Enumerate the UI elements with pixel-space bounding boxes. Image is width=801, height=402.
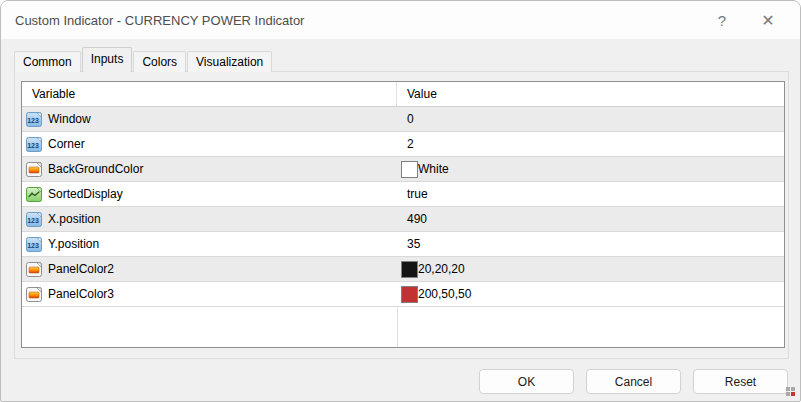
svg-text:123: 123 bbox=[27, 241, 39, 248]
value-text: 0 bbox=[407, 112, 414, 126]
table-header: Variable Value bbox=[22, 82, 784, 107]
color-swatch bbox=[401, 161, 418, 178]
parameters-table: Variable Value 123Window0123Corner2BackG… bbox=[21, 81, 785, 348]
variable-name: Y.position bbox=[48, 237, 99, 251]
table-row[interactable]: 123Y.position35 bbox=[22, 232, 784, 257]
value-text: 200,50,50 bbox=[418, 287, 471, 301]
svg-text:123: 123 bbox=[27, 216, 39, 223]
value-cell[interactable]: true bbox=[397, 182, 784, 206]
value-cell[interactable]: 20,20,20 bbox=[397, 257, 784, 281]
variable-cell: 123Y.position bbox=[22, 232, 397, 256]
table-row[interactable]: BackGroundColorWhite bbox=[22, 157, 784, 182]
grip-dot-red bbox=[791, 392, 795, 396]
variable-name: Window bbox=[48, 112, 91, 126]
title-bar[interactable]: Custom Indicator - CURRENCY POWER Indica… bbox=[1, 1, 800, 39]
color-swatch bbox=[401, 286, 418, 303]
cancel-button[interactable]: Cancel bbox=[586, 369, 681, 394]
variable-cell: SortedDisplay bbox=[22, 182, 397, 206]
tab-colors[interactable]: Colors bbox=[133, 51, 186, 72]
table-row[interactable]: 123X.position490 bbox=[22, 207, 784, 232]
table-row[interactable]: 123Window0 bbox=[22, 107, 784, 132]
resize-grip[interactable] bbox=[786, 387, 797, 398]
table-row[interactable]: SortedDisplaytrue bbox=[22, 182, 784, 207]
column-header-value: Value bbox=[397, 82, 784, 106]
value-cell[interactable]: 490 bbox=[397, 207, 784, 231]
numeric-123-icon: 123 bbox=[26, 137, 42, 152]
tab-strip: CommonInputsColorsVisualization bbox=[14, 48, 273, 72]
grip-dot bbox=[786, 387, 790, 391]
numeric-123-icon: 123 bbox=[26, 112, 42, 127]
numeric-123-icon: 123 bbox=[26, 237, 42, 252]
variable-name: SortedDisplay bbox=[48, 187, 123, 201]
table-row[interactable]: PanelColor220,20,20 bbox=[22, 257, 784, 282]
variable-cell: 123Corner bbox=[22, 132, 397, 156]
color-icon bbox=[26, 287, 42, 302]
tab-common[interactable]: Common bbox=[14, 51, 81, 72]
value-cell[interactable]: 2 bbox=[397, 132, 784, 156]
close-icon[interactable]: ✕ bbox=[752, 5, 784, 35]
table-row[interactable]: PanelColor3200,50,50 bbox=[22, 282, 784, 307]
color-icon bbox=[26, 162, 42, 177]
value-text: White bbox=[418, 162, 449, 176]
value-text: 2 bbox=[407, 137, 414, 151]
variable-cell: 123X.position bbox=[22, 207, 397, 231]
color-icon bbox=[26, 262, 42, 277]
value-cell[interactable]: 200,50,50 bbox=[397, 282, 784, 306]
value-text: 20,20,20 bbox=[418, 262, 465, 276]
variable-cell: PanelColor3 bbox=[22, 282, 397, 306]
variable-name: BackGroundColor bbox=[48, 162, 143, 176]
value-text: 490 bbox=[407, 212, 427, 226]
bool-chart-icon bbox=[26, 187, 42, 202]
grip-dot bbox=[791, 387, 795, 391]
variable-name: X.position bbox=[48, 212, 101, 226]
variable-cell: 123Window bbox=[22, 107, 397, 131]
variable-cell: PanelColor2 bbox=[22, 257, 397, 281]
custom-indicator-dialog: Custom Indicator - CURRENCY POWER Indica… bbox=[0, 0, 801, 402]
variable-name: PanelColor2 bbox=[48, 262, 114, 276]
help-icon[interactable]: ? bbox=[706, 5, 738, 35]
table-rows: 123Window0123Corner2BackGroundColorWhite… bbox=[22, 107, 784, 307]
tab-visualization[interactable]: Visualization bbox=[187, 51, 272, 72]
column-header-variable: Variable bbox=[22, 82, 397, 106]
svg-text:123: 123 bbox=[27, 116, 39, 123]
color-swatch bbox=[401, 261, 418, 278]
tab-inputs[interactable]: Inputs bbox=[82, 47, 133, 72]
value-text: true bbox=[407, 187, 428, 201]
variable-cell: BackGroundColor bbox=[22, 157, 397, 181]
svg-text:123: 123 bbox=[27, 141, 39, 148]
ok-button[interactable]: OK bbox=[479, 369, 574, 394]
value-cell[interactable]: 35 bbox=[397, 232, 784, 256]
value-text: 35 bbox=[407, 237, 420, 251]
variable-name: Corner bbox=[48, 137, 85, 151]
value-cell[interactable]: White bbox=[397, 157, 784, 181]
value-cell[interactable]: 0 bbox=[397, 107, 784, 131]
table-row[interactable]: 123Corner2 bbox=[22, 132, 784, 157]
numeric-123-icon: 123 bbox=[26, 212, 42, 227]
dialog-title: Custom Indicator - CURRENCY POWER Indica… bbox=[15, 13, 304, 28]
reset-button[interactable]: Reset bbox=[693, 369, 788, 394]
grip-dot bbox=[786, 392, 790, 396]
variable-name: PanelColor3 bbox=[48, 287, 114, 301]
